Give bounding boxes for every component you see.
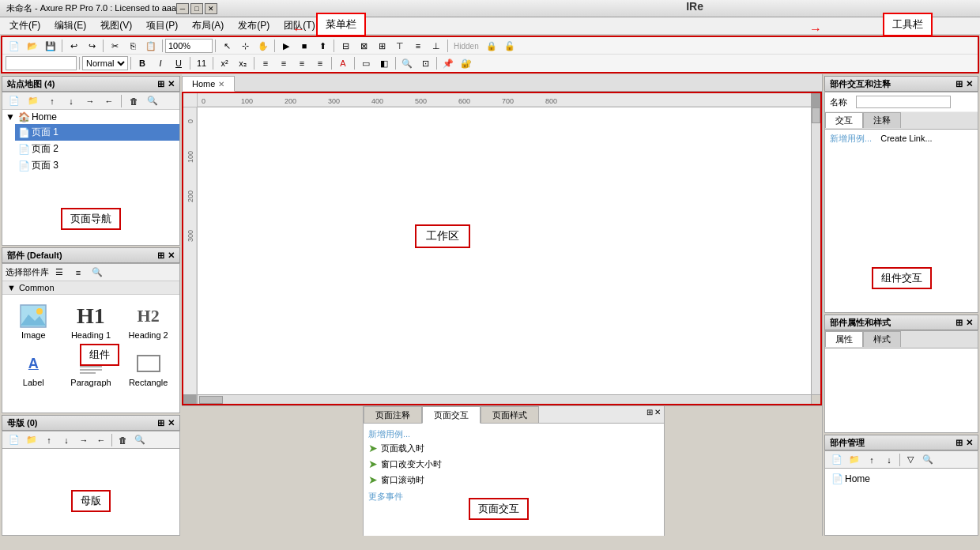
widget-image[interactable]: Image — [6, 298, 62, 344]
mgmt-filter-btn[interactable]: ▽ — [902, 452, 919, 468]
menu-edit[interactable]: 编辑(E) — [48, 17, 92, 34]
library-select-label[interactable]: 选择部件库 — [6, 266, 49, 278]
underline-btn[interactable]: U — [170, 55, 187, 71]
unlock-btn[interactable]: 🔓 — [501, 38, 518, 54]
text-center[interactable]: ≡ — [275, 55, 292, 71]
align-left[interactable]: ⊟ — [337, 38, 354, 54]
masters-add-btn[interactable]: 📄 — [6, 432, 23, 448]
tb-extra2[interactable]: 🔐 — [458, 55, 475, 71]
masters-close-icon[interactable]: ✕ — [168, 418, 175, 428]
sitemap-close-icon[interactable]: ✕ — [168, 79, 175, 89]
italic-btn[interactable]: I — [152, 55, 169, 71]
widget-rectangle[interactable]: Rectangle — [120, 345, 176, 391]
masters-down-btn[interactable]: ↓ — [58, 432, 75, 448]
canvas-viewport[interactable]: 工作区 — [198, 107, 811, 394]
scrollbar-horizontal[interactable] — [198, 394, 811, 404]
sitemap-outdent-btn[interactable]: ← — [100, 93, 118, 109]
cut-btn[interactable]: ✂ — [106, 38, 123, 54]
menu-layout[interactable]: 布局(A) — [186, 17, 230, 34]
bottom-close-icon[interactable]: ✕ — [654, 408, 661, 416]
tab-page-interaction[interactable]: 页面交互 — [422, 406, 481, 424]
create-link-span[interactable]: Create Link... — [880, 134, 932, 143]
masters-search-btn[interactable]: 🔍 — [131, 432, 149, 448]
style-input[interactable] — [6, 56, 77, 70]
search-btn[interactable]: 🔍 — [398, 55, 416, 71]
redo-btn[interactable]: ↪ — [83, 38, 100, 54]
hand-btn[interactable]: ✋ — [254, 38, 272, 54]
menu-file[interactable]: 文件(F) — [3, 17, 47, 34]
tree-root[interactable]: ▼ 🏠 Home — [2, 110, 179, 124]
align-center[interactable]: ⊠ — [355, 38, 372, 54]
normal-select[interactable]: Normal — [82, 56, 128, 70]
copy-btn[interactable]: ⎘ — [124, 38, 141, 54]
font-size-btn[interactable]: 11 — [193, 55, 210, 71]
sitemap-expand-icon[interactable]: ⊞ — [157, 79, 164, 89]
publish-btn[interactable]: ⬆ — [314, 38, 331, 54]
comp-annotation-tab[interactable]: 注释 — [863, 112, 901, 128]
masters-up-btn[interactable]: ↑ — [40, 432, 58, 448]
minimize-btn[interactable]: ─ — [176, 3, 189, 14]
canvas-tab-home[interactable]: Home ✕ — [182, 76, 235, 92]
masters-expand-icon[interactable]: ⊞ — [157, 418, 164, 428]
mgmt-btn3[interactable]: ↑ — [863, 452, 880, 468]
bottom-expand-icon[interactable]: ⊞ — [646, 408, 653, 416]
new-case-link[interactable]: 新增用例... — [830, 134, 872, 143]
mgmt-btn2[interactable]: 📁 — [846, 452, 863, 468]
mgmt-btn1[interactable]: 📄 — [828, 452, 846, 468]
sitemap-add-btn[interactable]: 📄 — [6, 93, 23, 109]
comp-props-close[interactable]: ✕ — [966, 318, 973, 328]
mgmt-search-btn[interactable]: 🔍 — [919, 452, 937, 468]
restore-btn[interactable]: □ — [190, 3, 203, 14]
name-input[interactable] — [856, 96, 951, 108]
close-btn[interactable]: ✕ — [205, 3, 217, 14]
sitemap-up-btn[interactable]: ↑ — [43, 93, 61, 109]
widget-h2[interactable]: H2 Heading 2 — [120, 298, 176, 344]
undo-btn[interactable]: ↩ — [65, 38, 82, 54]
zoom-fit-btn[interactable]: ⊡ — [416, 55, 434, 71]
comp-interaction-tab[interactable]: 交互 — [825, 112, 863, 128]
open-btn[interactable]: 📂 — [24, 38, 41, 54]
masters-delete-btn[interactable]: 🗑 — [114, 432, 131, 448]
text-right[interactable]: ≡ — [293, 55, 311, 71]
line-color-btn[interactable]: ▭ — [357, 55, 375, 71]
new-btn[interactable]: 📄 — [6, 38, 23, 54]
superscript-btn[interactable]: x² — [216, 55, 233, 71]
stop-btn[interactable]: ■ — [296, 38, 313, 54]
props-tab-styles[interactable]: 样式 — [863, 331, 901, 347]
play-btn[interactable]: ▶ — [277, 38, 295, 54]
mgmt-btn4[interactable]: ↓ — [880, 452, 898, 468]
widget-search-btn[interactable]: 🔍 — [89, 265, 106, 281]
comp-interaction-expand[interactable]: ⊞ — [956, 79, 963, 89]
select-btn[interactable]: ↖ — [218, 38, 236, 54]
widget-label[interactable]: A Label — [6, 345, 62, 391]
align-mid[interactable]: ≡ — [409, 38, 427, 54]
paste-btn[interactable]: 📋 — [142, 38, 160, 54]
zoom-input[interactable] — [165, 39, 213, 53]
font-color-btn[interactable]: A — [334, 55, 352, 71]
menu-view[interactable]: 视图(V) — [94, 17, 138, 34]
tree-page3[interactable]: 📄 页面 3 — [15, 157, 179, 174]
props-tab-properties[interactable]: 属性 — [825, 331, 863, 347]
sitemap-search-btn[interactable]: 🔍 — [144, 93, 161, 109]
fill-color-btn[interactable]: ◧ — [375, 55, 393, 71]
lock-btn[interactable]: 🔒 — [483, 38, 500, 54]
tb-extra1[interactable]: 📌 — [439, 55, 457, 71]
scrollbar-vertical[interactable] — [811, 107, 820, 394]
widget-menu-btn[interactable]: ☰ — [51, 265, 68, 281]
mgmt-home-item[interactable]: 📄 Home — [828, 472, 974, 486]
text-justify[interactable]: ≡ — [311, 55, 329, 71]
align-right[interactable]: ⊞ — [373, 38, 390, 54]
sitemap-indent-btn[interactable]: → — [81, 93, 99, 109]
canvas-tab-close[interactable]: ✕ — [218, 80, 224, 89]
subscript-btn[interactable]: x₂ — [234, 55, 251, 71]
tree-page2[interactable]: 📄 页面 2 — [15, 141, 179, 157]
comp-props-expand[interactable]: ⊞ — [956, 318, 963, 328]
comp-mgmt-close[interactable]: ✕ — [966, 438, 973, 448]
sitemap-down-btn[interactable]: ↓ — [62, 93, 80, 109]
masters-left-btn[interactable]: ← — [92, 432, 110, 448]
masters-folder-btn[interactable]: 📁 — [23, 432, 40, 448]
select2-btn[interactable]: ⊹ — [236, 38, 254, 54]
widget-close-icon[interactable]: ✕ — [168, 251, 175, 261]
bold-btn[interactable]: B — [134, 55, 151, 71]
sitemap-delete-btn[interactable]: 🗑 — [125, 93, 142, 109]
